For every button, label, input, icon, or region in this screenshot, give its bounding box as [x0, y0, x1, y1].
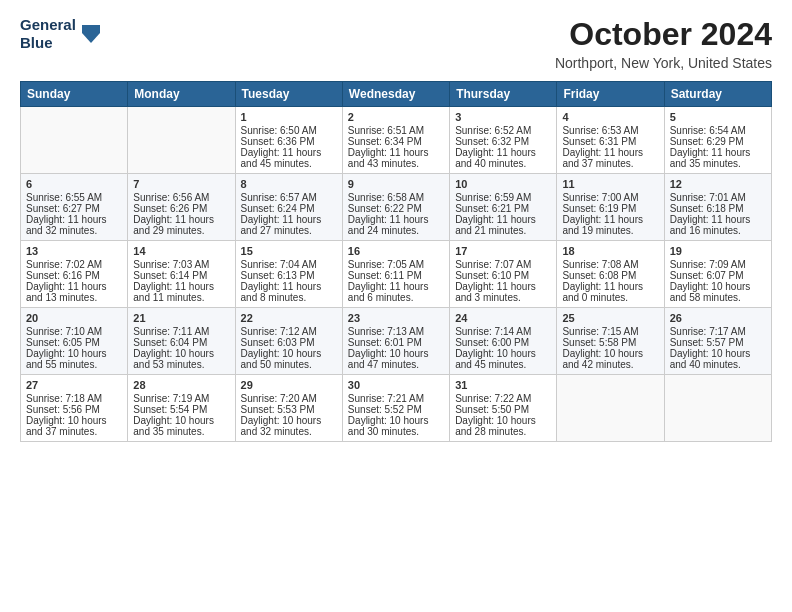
sunset-text: Sunset: 6:01 PM: [348, 337, 422, 348]
daylight-text: Daylight: 10 hours and 35 minutes.: [133, 415, 214, 437]
sunset-text: Sunset: 6:04 PM: [133, 337, 207, 348]
sunset-text: Sunset: 6:14 PM: [133, 270, 207, 281]
sunrise-text: Sunrise: 6:53 AM: [562, 125, 638, 136]
sunrise-text: Sunrise: 7:08 AM: [562, 259, 638, 270]
sunrise-text: Sunrise: 7:05 AM: [348, 259, 424, 270]
calendar-week-row: 20Sunrise: 7:10 AMSunset: 6:05 PMDayligh…: [21, 308, 772, 375]
sunrise-text: Sunrise: 6:50 AM: [241, 125, 317, 136]
sunrise-text: Sunrise: 6:55 AM: [26, 192, 102, 203]
daylight-text: Daylight: 11 hours and 24 minutes.: [348, 214, 429, 236]
sunrise-text: Sunrise: 7:07 AM: [455, 259, 531, 270]
daylight-text: Daylight: 10 hours and 28 minutes.: [455, 415, 536, 437]
calendar-cell: 31Sunrise: 7:22 AMSunset: 5:50 PMDayligh…: [450, 375, 557, 442]
calendar-cell: 11Sunrise: 7:00 AMSunset: 6:19 PMDayligh…: [557, 174, 664, 241]
calendar-cell: 20Sunrise: 7:10 AMSunset: 6:05 PMDayligh…: [21, 308, 128, 375]
calendar-cell: 24Sunrise: 7:14 AMSunset: 6:00 PMDayligh…: [450, 308, 557, 375]
day-number: 14: [133, 245, 229, 257]
month-title: October 2024: [555, 16, 772, 53]
sunrise-text: Sunrise: 6:58 AM: [348, 192, 424, 203]
daylight-text: Daylight: 11 hours and 13 minutes.: [26, 281, 107, 303]
calendar-cell: 29Sunrise: 7:20 AMSunset: 5:53 PMDayligh…: [235, 375, 342, 442]
calendar-week-row: 13Sunrise: 7:02 AMSunset: 6:16 PMDayligh…: [21, 241, 772, 308]
day-number: 8: [241, 178, 337, 190]
sunrise-text: Sunrise: 7:10 AM: [26, 326, 102, 337]
daylight-text: Daylight: 10 hours and 32 minutes.: [241, 415, 322, 437]
calendar-cell: 14Sunrise: 7:03 AMSunset: 6:14 PMDayligh…: [128, 241, 235, 308]
title-block: October 2024 Northport, New York, United…: [555, 16, 772, 71]
daylight-text: Daylight: 10 hours and 45 minutes.: [455, 348, 536, 370]
day-number: 21: [133, 312, 229, 324]
sunrise-text: Sunrise: 7:03 AM: [133, 259, 209, 270]
day-number: 17: [455, 245, 551, 257]
daylight-text: Daylight: 11 hours and 3 minutes.: [455, 281, 536, 303]
day-number: 6: [26, 178, 122, 190]
daylight-text: Daylight: 11 hours and 35 minutes.: [670, 147, 751, 169]
daylight-text: Daylight: 11 hours and 19 minutes.: [562, 214, 643, 236]
day-number: 4: [562, 111, 658, 123]
daylight-text: Daylight: 11 hours and 0 minutes.: [562, 281, 643, 303]
calendar-cell: 10Sunrise: 6:59 AMSunset: 6:21 PMDayligh…: [450, 174, 557, 241]
sunset-text: Sunset: 5:58 PM: [562, 337, 636, 348]
sunset-text: Sunset: 6:18 PM: [670, 203, 744, 214]
daylight-text: Daylight: 10 hours and 47 minutes.: [348, 348, 429, 370]
daylight-text: Daylight: 11 hours and 11 minutes.: [133, 281, 214, 303]
calendar-cell: 23Sunrise: 7:13 AMSunset: 6:01 PMDayligh…: [342, 308, 449, 375]
weekday-header: Monday: [128, 82, 235, 107]
calendar-cell: 1Sunrise: 6:50 AMSunset: 6:36 PMDaylight…: [235, 107, 342, 174]
sunrise-text: Sunrise: 7:00 AM: [562, 192, 638, 203]
sunset-text: Sunset: 6:34 PM: [348, 136, 422, 147]
calendar-cell: [128, 107, 235, 174]
sunset-text: Sunset: 6:13 PM: [241, 270, 315, 281]
calendar-cell: 9Sunrise: 6:58 AMSunset: 6:22 PMDaylight…: [342, 174, 449, 241]
sunrise-text: Sunrise: 7:17 AM: [670, 326, 746, 337]
calendar-cell: 5Sunrise: 6:54 AMSunset: 6:29 PMDaylight…: [664, 107, 771, 174]
daylight-text: Daylight: 11 hours and 32 minutes.: [26, 214, 107, 236]
day-number: 11: [562, 178, 658, 190]
day-number: 22: [241, 312, 337, 324]
weekday-header: Wednesday: [342, 82, 449, 107]
calendar-cell: 3Sunrise: 6:52 AMSunset: 6:32 PMDaylight…: [450, 107, 557, 174]
header: General Blue October 2024 Northport, New…: [20, 16, 772, 71]
sunrise-text: Sunrise: 7:09 AM: [670, 259, 746, 270]
daylight-text: Daylight: 11 hours and 16 minutes.: [670, 214, 751, 236]
day-number: 24: [455, 312, 551, 324]
day-number: 26: [670, 312, 766, 324]
day-number: 2: [348, 111, 444, 123]
weekday-header-row: SundayMondayTuesdayWednesdayThursdayFrid…: [21, 82, 772, 107]
calendar-table: SundayMondayTuesdayWednesdayThursdayFrid…: [20, 81, 772, 442]
sunset-text: Sunset: 5:53 PM: [241, 404, 315, 415]
logo: General Blue: [20, 16, 102, 52]
daylight-text: Daylight: 11 hours and 21 minutes.: [455, 214, 536, 236]
sunrise-text: Sunrise: 6:59 AM: [455, 192, 531, 203]
sunset-text: Sunset: 6:27 PM: [26, 203, 100, 214]
day-number: 20: [26, 312, 122, 324]
sunrise-text: Sunrise: 7:15 AM: [562, 326, 638, 337]
day-number: 23: [348, 312, 444, 324]
daylight-text: Daylight: 10 hours and 42 minutes.: [562, 348, 643, 370]
day-number: 25: [562, 312, 658, 324]
day-number: 10: [455, 178, 551, 190]
weekday-header: Thursday: [450, 82, 557, 107]
logo-line1: General: [20, 16, 76, 34]
daylight-text: Daylight: 11 hours and 27 minutes.: [241, 214, 322, 236]
sunrise-text: Sunrise: 7:02 AM: [26, 259, 102, 270]
calendar-cell: 18Sunrise: 7:08 AMSunset: 6:08 PMDayligh…: [557, 241, 664, 308]
sunrise-text: Sunrise: 7:14 AM: [455, 326, 531, 337]
sunset-text: Sunset: 6:11 PM: [348, 270, 422, 281]
day-number: 29: [241, 379, 337, 391]
sunset-text: Sunset: 6:19 PM: [562, 203, 636, 214]
sunset-text: Sunset: 6:29 PM: [670, 136, 744, 147]
sunrise-text: Sunrise: 7:22 AM: [455, 393, 531, 404]
sunrise-text: Sunrise: 6:51 AM: [348, 125, 424, 136]
daylight-text: Daylight: 11 hours and 6 minutes.: [348, 281, 429, 303]
daylight-text: Daylight: 10 hours and 30 minutes.: [348, 415, 429, 437]
day-number: 27: [26, 379, 122, 391]
sunrise-text: Sunrise: 6:57 AM: [241, 192, 317, 203]
sunset-text: Sunset: 5:56 PM: [26, 404, 100, 415]
day-number: 19: [670, 245, 766, 257]
calendar-cell: 7Sunrise: 6:56 AMSunset: 6:26 PMDaylight…: [128, 174, 235, 241]
daylight-text: Daylight: 11 hours and 29 minutes.: [133, 214, 214, 236]
sunset-text: Sunset: 6:26 PM: [133, 203, 207, 214]
sunset-text: Sunset: 6:21 PM: [455, 203, 529, 214]
daylight-text: Daylight: 10 hours and 40 minutes.: [670, 348, 751, 370]
